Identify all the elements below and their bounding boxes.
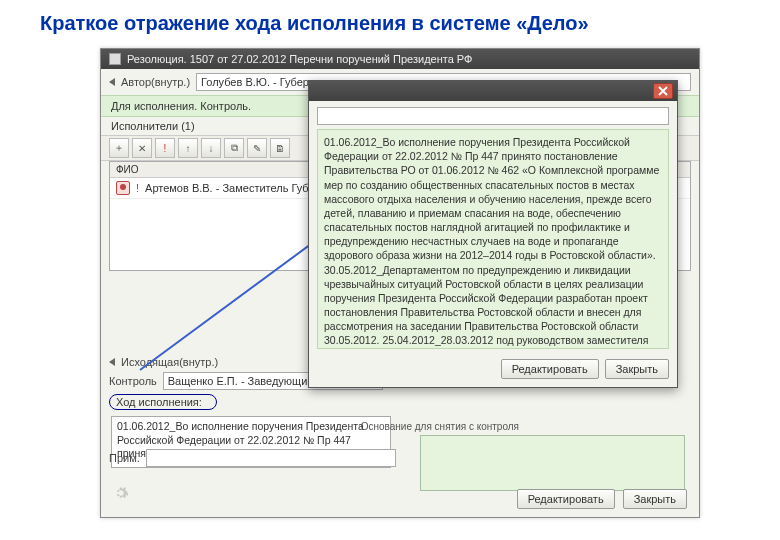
delete-button[interactable]: ✕ [132,138,152,158]
window-footer-buttons: Редактировать Закрыть [517,489,687,509]
close-button[interactable]: Закрыть [623,489,687,509]
expand-icon[interactable] [109,78,115,86]
source-label: Исходящая(внутр.) [121,356,218,368]
remarks-field[interactable] [146,449,396,467]
reason-box[interactable] [420,435,685,491]
note-button[interactable]: 🗎 [270,138,290,158]
author-label: Автор(внутр.) [121,76,190,88]
detail-popup: 01.06.2012_Во исполнение поручения Прези… [308,80,678,388]
window-title: Резолюция. 1507 от 27.02.2012 Перечни по… [127,53,472,65]
add-button[interactable]: ＋ [109,138,129,158]
popup-date-field[interactable] [317,107,669,125]
edit-button[interactable]: Редактировать [517,489,615,509]
control-label: Контроль [109,375,157,387]
move-up-button[interactable]: ↑ [178,138,198,158]
document-icon [109,53,121,65]
popup-edit-button[interactable]: Редактировать [501,359,599,379]
executor-name: Артемов В.В. - Заместитель Губ [145,182,309,194]
popup-titlebar [309,81,677,101]
edit-icon-button[interactable]: ✎ [247,138,267,158]
alert-button[interactable]: ! [155,138,175,158]
expand-icon[interactable] [109,358,115,366]
remarks-label: Прим. [109,452,140,464]
popup-body-text[interactable]: 01.06.2012_Во исполнение поручения Прези… [317,129,669,349]
close-icon [658,86,668,96]
popup-close-text-button[interactable]: Закрыть [605,359,669,379]
remarks-row: Прим. [109,449,396,467]
progress-label-circled: Ход исполнения: [109,394,217,410]
person-icon [116,181,130,195]
move-down-button[interactable]: ↓ [201,138,221,158]
popup-footer-buttons: Редактировать Закрыть [309,355,677,387]
popup-close-button[interactable] [653,83,673,99]
window-titlebar: Резолюция. 1507 от 27.02.2012 Перечни по… [101,49,699,69]
reason-label: Основание для снятия с контроля [361,421,519,432]
page-title: Краткое отражение хода исполнения в сист… [0,0,780,45]
copy-button[interactable]: ⧉ [224,138,244,158]
settings-icon[interactable] [113,485,129,501]
